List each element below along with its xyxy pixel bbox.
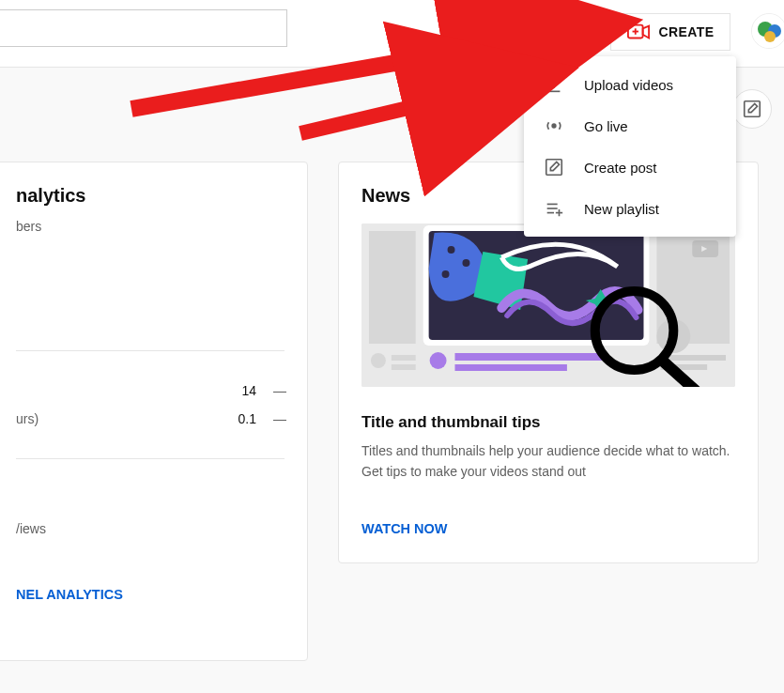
create-icon	[627, 22, 650, 42]
stat-trend: —	[273, 383, 284, 398]
svg-rect-33	[455, 364, 567, 371]
svg-point-23	[371, 353, 386, 368]
search-input[interactable]	[0, 9, 287, 47]
analytics-card: nalytics bers 14 — urs) 0.1 — /iews NEL …	[0, 162, 308, 661]
divider	[16, 350, 284, 351]
svg-point-8	[764, 31, 776, 42]
stat-label: urs)	[16, 411, 38, 426]
queue-icon[interactable]	[526, 21, 548, 43]
menu-item-upload-videos[interactable]: Upload videos	[524, 64, 736, 105]
menu-item-label: New playlist	[584, 201, 659, 217]
stat-trend: —	[273, 411, 284, 426]
live-icon	[543, 115, 565, 137]
svg-point-30	[442, 270, 450, 278]
svg-rect-0	[530, 25, 543, 35]
menu-item-new-playlist[interactable]: New playlist	[524, 188, 736, 229]
menu-item-label: Create post	[584, 160, 657, 176]
svg-rect-25	[392, 364, 416, 370]
menu-item-label: Go live	[584, 118, 628, 134]
edit-button[interactable]	[732, 89, 772, 129]
channel-analytics-link[interactable]: NEL ANALYTICS	[16, 587, 284, 602]
svg-point-29	[462, 259, 469, 267]
stat-row: 14 —	[16, 383, 284, 398]
svg-rect-24	[392, 355, 416, 361]
svg-rect-9	[745, 101, 761, 117]
analytics-title: nalytics	[16, 185, 284, 207]
svg-rect-13	[546, 160, 562, 176]
avatar[interactable]	[751, 13, 784, 49]
stat-value: 14	[223, 383, 256, 398]
svg-rect-22	[369, 231, 416, 344]
menu-item-label: Upload videos	[584, 77, 673, 93]
svg-point-31	[430, 352, 447, 369]
upload-icon	[543, 73, 565, 96]
create-label: CREATE	[659, 24, 715, 39]
playlist-add-icon	[543, 197, 565, 220]
news-illustration	[361, 223, 735, 387]
svg-rect-32	[455, 353, 605, 361]
svg-point-12	[552, 124, 556, 128]
menu-item-create-post[interactable]: Create post	[524, 146, 736, 188]
svg-line-20	[300, 78, 535, 133]
analytics-subscribers-label: bers	[16, 219, 284, 234]
news-article-body: Titles and thumbnails help your audience…	[361, 441, 735, 482]
menu-item-go-live[interactable]: Go live	[524, 105, 736, 146]
create-button[interactable]: CREATE	[610, 13, 730, 51]
stat-value: 0.1	[223, 411, 256, 426]
divider	[16, 458, 284, 459]
top-views-label: /iews	[16, 521, 284, 536]
svg-point-28	[448, 246, 455, 254]
news-article-title: Title and thumbnail tips	[361, 413, 735, 432]
pencil-box-icon	[543, 156, 565, 178]
create-menu: Upload videos Go live Create post New pl…	[524, 56, 736, 237]
pencil-box-icon	[742, 99, 762, 119]
stat-row: urs) 0.1 —	[16, 411, 284, 426]
watch-now-link[interactable]: WATCH NOW	[361, 521, 735, 536]
